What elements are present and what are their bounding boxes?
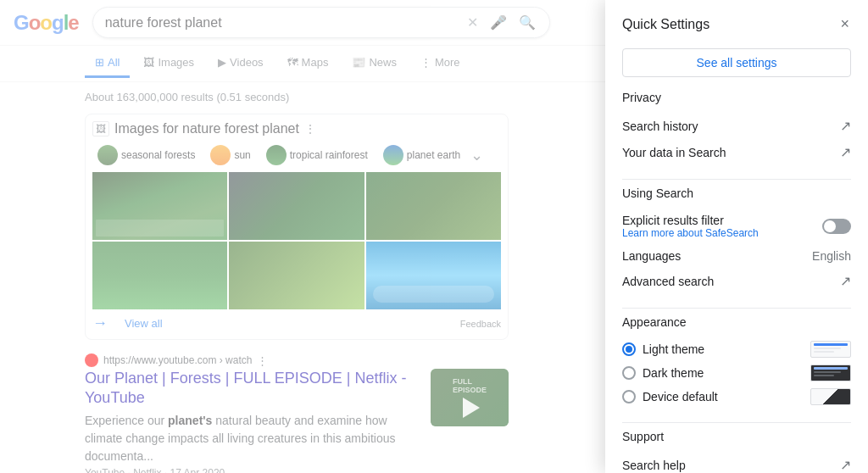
languages-value: English [812,249,851,263]
search-help-external-icon[interactable]: ↗ [840,457,851,473]
quick-settings-panel: Quick Settings × See all settings Privac… [605,0,868,473]
explicit-filter-item: Explicit results filter Learn more about… [622,209,851,244]
using-search-section: Using Search Explicit results filter Lea… [622,186,851,294]
advanced-search-external-icon[interactable]: ↗ [840,273,851,289]
device-default-label: Device default [643,390,718,403]
light-theme-item: Light theme [622,337,851,361]
search-help-label: Search help [622,459,686,472]
light-theme-left: Light theme [622,342,704,356]
device-default-radio[interactable] [622,390,636,403]
using-search-title: Using Search [622,186,851,200]
device-default-item: Device default [622,385,851,409]
settings-overlay [0,0,605,473]
your-data-external-icon[interactable]: ↗ [840,144,851,160]
search-help-item: Search help ↗ [622,452,851,473]
quick-settings-title: Quick Settings [622,17,709,32]
light-theme-label: Light theme [643,342,704,356]
languages-item: Languages English [622,244,851,268]
privacy-section: Privacy Search history ↗ Your data in Se… [622,91,851,165]
divider-1 [622,179,851,180]
dark-theme-item: Dark theme [622,361,851,385]
advanced-search-item: Advanced search ↗ [622,268,851,294]
your-data-label: Your data in Search [622,146,726,159]
privacy-section-title: Privacy [622,91,851,104]
dark-theme-preview [810,364,851,381]
advanced-search-label: Advanced search [622,275,714,288]
divider-3 [622,422,851,423]
device-default-left: Device default [622,390,718,403]
appearance-section: Appearance Light theme Dark theme [622,315,851,409]
divider-2 [622,308,851,309]
search-history-item: Search history ↗ [622,113,851,139]
dark-theme-left: Dark theme [622,366,704,380]
dark-theme-radio[interactable] [622,366,636,380]
quick-settings-close-button[interactable]: × [838,14,851,35]
your-data-item: Your data in Search ↗ [622,139,851,165]
explicit-filter-toggle[interactable] [822,219,851,234]
support-section: Support Search help ↗ [622,430,851,473]
dark-theme-label: Dark theme [643,366,704,380]
explicit-filter-left: Explicit results filter Learn more about… [622,214,759,239]
support-title: Support [622,430,851,443]
device-default-preview [810,388,851,405]
quick-settings-header: Quick Settings × [622,14,851,35]
appearance-title: Appearance [622,315,851,329]
light-theme-radio[interactable] [622,342,636,356]
light-theme-preview [810,341,851,358]
languages-label: Languages [622,249,681,263]
safesearch-link[interactable]: Learn more about SafeSearch [622,227,759,239]
search-history-external-icon[interactable]: ↗ [840,118,851,134]
explicit-filter-label: Explicit results filter [622,214,759,227]
search-history-label: Search history [622,120,698,133]
see-all-settings-button[interactable]: See all settings [622,48,851,77]
